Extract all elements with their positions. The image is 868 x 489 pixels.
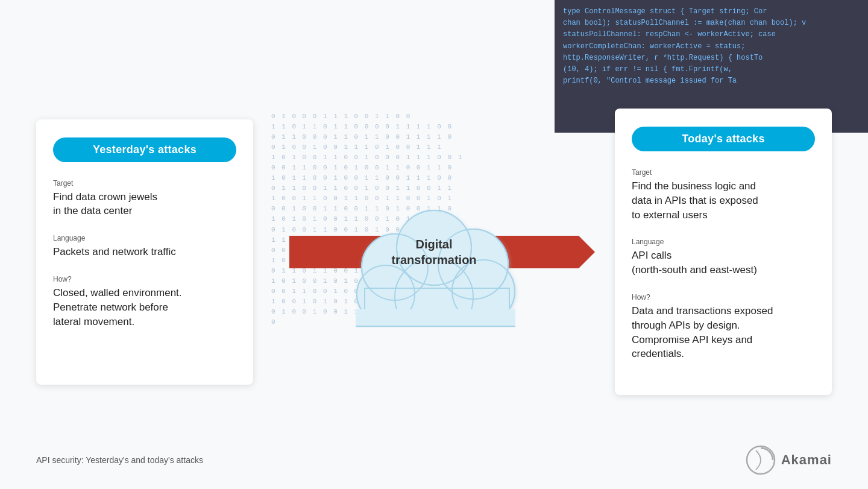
today-header: Today's attacks xyxy=(632,127,815,151)
footer: API security: Yesterday's and today's at… xyxy=(36,444,832,476)
code-line-2: chan bool); statusPollChannel := make(ch… xyxy=(563,17,860,29)
today-how-label: How? xyxy=(632,293,815,301)
code-line-7: printf(0, "Control message issued for Ta xyxy=(563,75,860,87)
today-language-text: API calls(north-south and east-west) xyxy=(632,248,815,277)
yesterday-how-text: Closed, walled environment.Penetrate net… xyxy=(53,286,236,329)
yesterday-how-label: How? xyxy=(53,275,236,283)
code-line-3: statusPollChannel: respChan <- workerAct… xyxy=(563,29,860,40)
yesterday-title: Yesterday's attacks xyxy=(93,144,197,156)
today-how-section: How? Data and transactions exposedthroug… xyxy=(632,293,815,361)
today-target-label: Target xyxy=(632,168,815,177)
yesterday-target-section: Target Find data crown jewelsin the data… xyxy=(53,179,236,219)
code-line-5: http.ResponseWriter, r *http.Request) { … xyxy=(563,52,860,64)
today-title: Today's attacks xyxy=(682,133,765,145)
today-language-label: Language xyxy=(632,238,815,246)
yesterday-how-section: How? Closed, walled environment.Penetrat… xyxy=(53,275,236,329)
yesterday-target-label: Target xyxy=(53,179,236,188)
akamai-circle-icon xyxy=(745,444,776,476)
yesterday-target-text: Find data crown jewelsin the data center xyxy=(53,190,236,219)
footer-caption: API security: Yesterday's and today's at… xyxy=(36,455,203,465)
yesterday-language-text: Packets and network traffic xyxy=(53,245,236,259)
yesterday-language-label: Language xyxy=(53,234,236,242)
cloud-container: Digital transformation xyxy=(332,168,536,336)
code-line-1: type ControlMessage struct { Target stri… xyxy=(563,6,860,17)
arrow-head xyxy=(579,236,595,268)
today-how-text: Data and transactions exposedthrough API… xyxy=(632,304,815,361)
yesterday-header: Yesterday's attacks xyxy=(53,137,236,162)
code-line-6: (10, 4); if err != nil { fmt.Fprintf(w, xyxy=(563,64,860,75)
main-content: Yesterday's attacks Target Find data cro… xyxy=(36,109,832,395)
today-language-section: Language API calls(north-south and east-… xyxy=(632,238,815,277)
yesterday-card: Yesterday's attacks Target Find data cro… xyxy=(36,119,253,385)
akamai-logo: Akamai xyxy=(745,444,832,476)
yesterday-language-section: Language Packets and network traffic xyxy=(53,234,236,259)
code-line-4: workerCompleteChan: workerActive = statu… xyxy=(563,41,860,52)
today-target-text: Find the business logic anddata in APIs … xyxy=(632,179,815,222)
today-card: Today's attacks Target Find the business… xyxy=(615,109,832,395)
center-area: Digital transformation xyxy=(313,125,555,379)
cloud-label: Digital transformation xyxy=(391,236,476,268)
svg-rect-13 xyxy=(356,309,515,327)
akamai-text: Akamai xyxy=(781,452,832,468)
today-target-section: Target Find the business logic anddata i… xyxy=(632,168,815,222)
